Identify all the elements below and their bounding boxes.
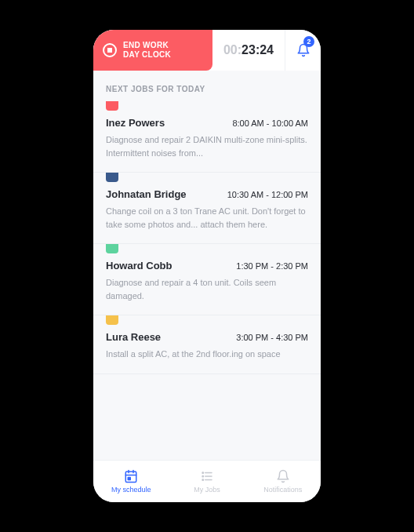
job-header: Inez Powers 8:00 AM - 10:00 AM xyxy=(106,117,308,129)
job-description: Diagnose and repair a 4 ton unit. Coils … xyxy=(106,276,308,302)
svg-rect-4 xyxy=(129,478,131,480)
job-customer-name: Inez Powers xyxy=(106,117,165,129)
bell-icon xyxy=(276,469,290,483)
job-time: 8:00 AM - 10:00 AM xyxy=(232,118,308,128)
end-work-clock-button[interactable]: END WORKDAY CLOCK xyxy=(93,30,212,71)
job-color-tag xyxy=(106,173,118,182)
tab-notifications[interactable]: Notifications xyxy=(245,461,321,502)
job-time: 10:30 AM - 12:00 PM xyxy=(227,190,308,199)
job-header: Howard Cobb 1:30 PM - 2:30 PM xyxy=(106,260,308,271)
tab-label: My Jobs xyxy=(194,486,220,494)
job-customer-name: Johnatan Bridge xyxy=(106,188,187,200)
svg-point-9 xyxy=(202,476,204,477)
job-customer-name: Howard Cobb xyxy=(106,260,172,271)
job-time: 3:00 PM - 4:30 PM xyxy=(236,333,308,342)
job-color-tag xyxy=(106,315,118,325)
list-icon xyxy=(200,469,214,483)
job-header: Johnatan Bridge 10:30 AM - 12:00 PM xyxy=(106,188,308,200)
timer-value: 23:24 xyxy=(242,43,274,57)
tab-label: Notifications xyxy=(263,486,302,494)
timer-display: 00:23:24 xyxy=(212,30,285,71)
app-screen: END WORKDAY CLOCK 00:23:24 2 NEXT JOBS F… xyxy=(93,30,321,502)
job-customer-name: Lura Reese xyxy=(106,331,161,343)
notification-badge: 2 xyxy=(303,36,314,47)
job-description: Diagnose and repair 2 DAIKIN multi-zone … xyxy=(106,133,308,159)
stop-icon xyxy=(103,43,117,57)
job-item[interactable]: Johnatan Bridge 10:30 AM - 12:00 PM Chan… xyxy=(93,173,321,244)
svg-point-8 xyxy=(202,472,204,474)
tab-my-schedule[interactable]: My schedule xyxy=(93,461,169,502)
calendar-icon xyxy=(124,469,138,483)
job-color-tag xyxy=(106,101,118,111)
svg-rect-0 xyxy=(126,472,137,483)
section-title: NEXT JOBS FOR TODAY xyxy=(93,71,321,101)
job-description: Install a split AC, at the 2nd floor.ing… xyxy=(106,348,308,361)
tab-my-jobs[interactable]: My Jobs xyxy=(169,461,245,502)
job-description: Change coil on a 3 ton Trane AC unit. Do… xyxy=(106,205,308,231)
notifications-button[interactable]: 2 xyxy=(285,30,321,71)
job-item[interactable]: Lura Reese 3:00 PM - 4:30 PM Install a s… xyxy=(93,315,321,374)
svg-point-10 xyxy=(202,479,204,481)
job-header: Lura Reese 3:00 PM - 4:30 PM xyxy=(106,331,308,343)
job-list[interactable]: Inez Powers 8:00 AM - 10:00 AM Diagnose … xyxy=(93,101,321,460)
job-color-tag xyxy=(106,244,118,253)
tab-label: My schedule xyxy=(111,486,151,494)
end-work-clock-label: END WORKDAY CLOCK xyxy=(123,41,171,60)
job-time: 1:30 PM - 2:30 PM xyxy=(236,261,308,271)
job-item[interactable]: Howard Cobb 1:30 PM - 2:30 PM Diagnose a… xyxy=(93,244,321,315)
header: END WORKDAY CLOCK 00:23:24 2 xyxy=(93,30,321,71)
job-item[interactable]: Inez Powers 8:00 AM - 10:00 AM Diagnose … xyxy=(93,101,321,173)
bottom-tabs: My schedule My Jobs Notifications xyxy=(93,460,321,502)
timer-prefix: 00: xyxy=(223,43,242,57)
